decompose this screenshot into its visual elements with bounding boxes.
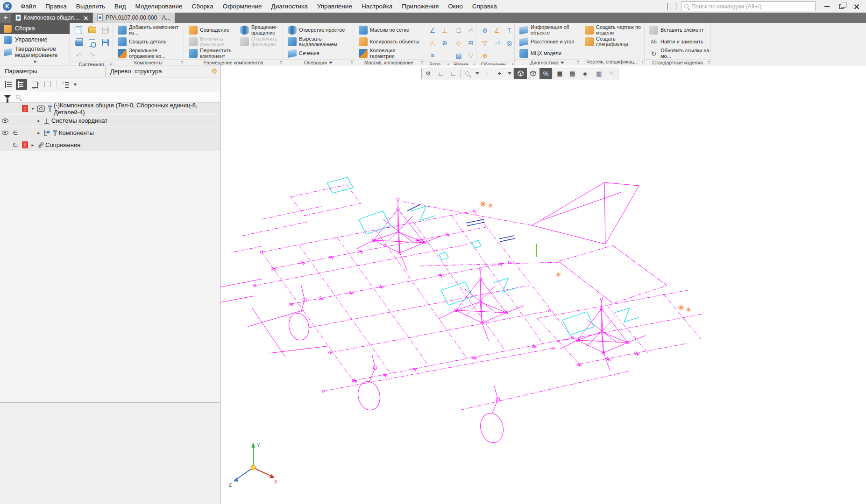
menu-edit[interactable]: Правка [41, 1, 71, 11]
print-icon[interactable] [75, 40, 83, 46]
distance-angle-button[interactable]: Расстояние и угол [518, 36, 583, 48]
tree-filter-list-button[interactable] [60, 79, 71, 90]
menu-help[interactable]: Справка [468, 1, 501, 11]
close-button[interactable] [850, 2, 863, 11]
aux-axis-icon[interactable]: △ [430, 40, 435, 46]
model-viewport[interactable]: ⚙ ∟ ∟ ↑ + % ▦ ▤ [220, 65, 866, 504]
command-search-input[interactable] [691, 3, 812, 10]
restore-button[interactable] [835, 2, 848, 11]
find-replace-button[interactable]: АБ Найти и заменить [647, 36, 713, 48]
ann-diameter-icon[interactable]: ⊘ [482, 27, 488, 34]
simple-hole-button[interactable]: Отверстие простое [286, 24, 351, 36]
expander-icon[interactable]: ▸ [35, 118, 42, 123]
copy-objects-button[interactable]: Копировать объекты [357, 36, 422, 48]
aux-point-icon[interactable]: ⊕ [442, 40, 447, 46]
tree-selection-button[interactable] [42, 79, 53, 90]
csys-button[interactable]: ∟ [434, 68, 447, 79]
visibility-eye-icon[interactable] [2, 131, 8, 135]
stamp-button[interactable]: ◈ [579, 68, 591, 79]
move-view-button[interactable]: + [493, 68, 506, 79]
move-component-button[interactable]: Переместить компонент [187, 48, 237, 59]
shaded-display-button[interactable] [514, 68, 527, 79]
ann-leader-icon[interactable]: ▽ [483, 40, 488, 46]
section-display-button[interactable]: ▦ [554, 68, 566, 79]
menu-annotation[interactable]: Оформление [219, 1, 266, 11]
new-document-tab-button[interactable]: + [0, 13, 11, 23]
grid-array-button[interactable]: Массив по сетке [357, 24, 422, 36]
wireframe-display-button[interactable] [527, 68, 539, 79]
tree-settings-gear-icon[interactable]: ⚙ [209, 67, 220, 76]
menu-select[interactable]: Выделить [72, 1, 109, 11]
zoom-button[interactable] [461, 68, 474, 79]
create-part-button[interactable]: Создать деталь [116, 36, 181, 48]
operations-dropdown-icon[interactable] [329, 62, 333, 64]
tab-assembly-layout[interactable]: Компоновка общая.... [11, 13, 92, 23]
new-document-icon[interactable] [76, 26, 82, 34]
display-styles-button[interactable]: % [539, 68, 552, 79]
aux-curve-icon[interactable]: ≡ [431, 52, 434, 59]
cut-extrude-button[interactable]: Вырезать выдавливанием [286, 36, 351, 48]
ann-base-icon[interactable]: ⊣ [494, 40, 500, 46]
move-dropdown[interactable] [506, 68, 513, 79]
add-component-button[interactable]: Добавить компонент из... [116, 24, 181, 36]
orientation-button[interactable]: ↑ [481, 68, 493, 79]
save-as-icon[interactable] [102, 39, 109, 46]
print-preview-icon[interactable] [89, 39, 95, 47]
sketch-circle-icon[interactable]: ○ [469, 27, 473, 34]
tab-ppa-document[interactable]: РРА.0107.00.00.000 - А... [93, 13, 175, 23]
tree-numbering-button[interactable] [3, 79, 14, 90]
rotation-rotation-button[interactable]: Вращение-вращение [238, 24, 287, 36]
sketch-grid-icon[interactable]: ⊞ [468, 40, 474, 46]
minimize-button[interactable] [820, 2, 833, 11]
tree-row-root[interactable]: ! ▾ (-)Компоновка общая (Тел-0, Сборочны… [0, 103, 220, 114]
sketch-table-icon[interactable]: ▤ [455, 52, 461, 59]
window-layout-icon[interactable] [667, 3, 676, 10]
zoom-dropdown[interactable] [474, 68, 481, 79]
tree-row-mates[interactable]: ∈ ! ▸ Сопряжения [0, 139, 220, 151]
tree-row-coordinate-systems[interactable]: ▸ Системы координат [0, 115, 220, 126]
tree-filter-dropdown-icon[interactable] [73, 84, 77, 86]
insert-element-button[interactable]: Вставить элемент [647, 24, 713, 36]
ann-datum-icon[interactable]: ⊤ [506, 27, 512, 34]
tree-structure-view-button[interactable] [16, 79, 27, 90]
ann-angle-icon[interactable]: ∠ [494, 27, 500, 34]
sketch-dome-icon[interactable]: ◇ [456, 40, 461, 46]
menu-assembly[interactable]: Сборка [188, 1, 218, 11]
object-info-button[interactable]: Информация об объекте [518, 24, 583, 36]
create-spec-button[interactable]: Создать спецификаци... [583, 36, 648, 48]
coincide-button[interactable]: Совпадение [187, 24, 237, 36]
mode-assembly[interactable]: Сборка [0, 23, 70, 34]
visibility-eye-icon[interactable] [2, 119, 8, 123]
menu-file[interactable]: Файл [16, 1, 40, 11]
filter-funnel-icon[interactable] [4, 95, 11, 99]
tree-relations-button[interactable] [29, 79, 40, 90]
sketch-poly-icon[interactable]: ▽ [468, 52, 474, 59]
menu-modeling[interactable]: Моделирование [131, 1, 187, 11]
structure-button[interactable]: ▥ [593, 68, 605, 79]
tab-close-icon[interactable] [84, 16, 88, 20]
command-search[interactable] [681, 1, 816, 11]
aux-geometry-icon[interactable]: ∠ [430, 27, 436, 34]
geometry-collection-button[interactable]: Коллекция геометрии [357, 48, 422, 59]
mirror-component-button[interactable]: Зеркальное отражение ко... [116, 48, 181, 59]
mass-properties-button[interactable]: МЦХ модели [518, 48, 583, 59]
expander-icon[interactable]: ▸ [35, 130, 42, 135]
update-links-button[interactable]: ↻ Обновить ссылки на мо... [647, 48, 713, 59]
view-settings-button[interactable]: ⚙ [422, 68, 434, 79]
diagnostics-dropdown-icon[interactable] [561, 62, 564, 64]
copy-properties-button[interactable]: ▤ [566, 68, 579, 79]
ribbon-collapse-chevron[interactable] [0, 59, 70, 65]
section-button[interactable]: Сечение [286, 48, 351, 59]
sketch-rect-icon[interactable]: □ [457, 27, 461, 34]
local-csys-button[interactable]: ∟ [447, 68, 460, 79]
expander-icon[interactable]: ▸ [29, 142, 36, 147]
mode-solid-modeling[interactable]: Твердотельное моделирование [0, 45, 70, 59]
aux-plane-icon[interactable]: ⊥ [442, 27, 447, 34]
create-drawing-button[interactable]: Создать чертеж по модели [583, 24, 648, 36]
menu-applications[interactable]: Приложения [398, 1, 443, 11]
menu-diagnostics[interactable]: Диагностика [267, 1, 312, 11]
tree-search-input[interactable] [25, 94, 216, 100]
menu-view[interactable]: Вид [110, 1, 130, 11]
tree-row-components[interactable]: ∈ ▸ Компоненты [0, 127, 220, 139]
ann-position-icon[interactable]: ◎ [506, 40, 512, 46]
